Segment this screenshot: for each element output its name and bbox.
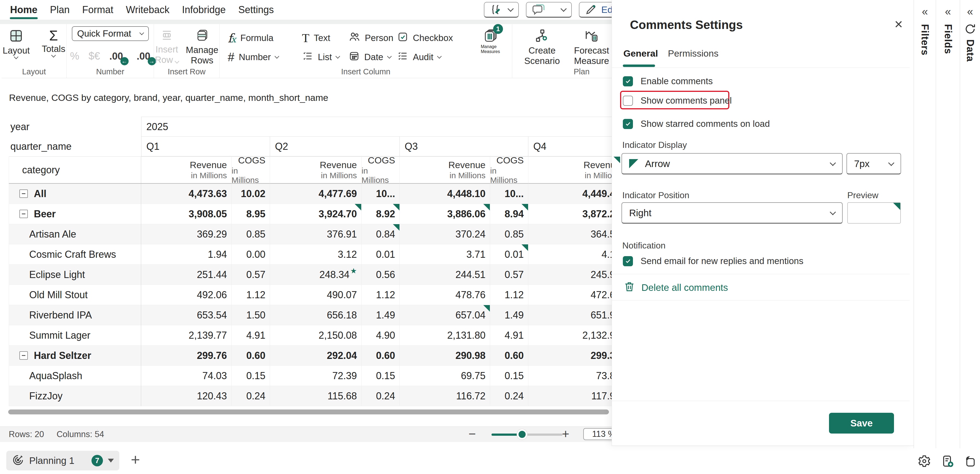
col-header-quarter[interactable]: Q2 [270, 137, 399, 156]
value-cell[interactable]: 299.76 [141, 346, 231, 366]
insert-formula-button[interactable]: fx Formula [228, 31, 302, 45]
value-cell[interactable]: 3,872.22 [528, 204, 625, 224]
value-cell[interactable]: 0.85 [490, 224, 528, 244]
show-comments-panel-row[interactable]: Show comments panel [623, 94, 732, 107]
expand-chevrons-icon[interactable]: « [922, 5, 928, 18]
layers-copy-icon[interactable] [963, 454, 976, 469]
value-cell[interactable]: 369.29 [141, 224, 231, 244]
row-label-cell[interactable]: Beer [9, 204, 141, 224]
show-starred-row[interactable]: Show starred comments on load [623, 118, 770, 130]
sheet-tab-planning-1[interactable]: Planning 1 7 [6, 451, 119, 471]
value-cell[interactable]: 651.92 [528, 305, 625, 325]
menu-settings[interactable]: Settings [232, 0, 280, 20]
collapse-toggle[interactable] [19, 351, 28, 360]
value-cell[interactable]: 4,473.63 [141, 184, 231, 204]
add-data-sheet-icon[interactable] [941, 454, 955, 470]
col-header-measure[interactable]: COGSin Millions [490, 156, 528, 184]
col-header-measure[interactable]: COGSin Millions [231, 156, 270, 184]
value-cell[interactable]: 370.24 [399, 224, 490, 244]
value-cell[interactable]: 0.57 [231, 265, 270, 285]
value-cell[interactable]: 0.15 [361, 366, 399, 386]
value-cell[interactable]: 492.06 [141, 285, 231, 305]
writeback-mode-button[interactable] [484, 2, 519, 18]
value-cell[interactable]: 0.60 [231, 346, 270, 366]
value-cell[interactable]: 0.24 [490, 386, 528, 406]
value-cell[interactable]: 656.18 [270, 305, 361, 325]
value-cell[interactable]: 292.04 [270, 346, 361, 366]
tab-permissions[interactable]: Permissions [668, 48, 718, 59]
col-header-measure[interactable]: Revenuein Millions [270, 156, 361, 184]
value-cell[interactable]: 4,448.10 [399, 184, 490, 204]
value-cell[interactable]: 2,131.80 [399, 325, 490, 346]
value-cell[interactable]: 4,449.44 [528, 184, 625, 204]
value-cell[interactable]: 2,132.96 [528, 325, 625, 346]
value-cell[interactable]: 10.02 [231, 184, 270, 204]
insert-checkbox-button[interactable]: Checkbox [397, 31, 457, 45]
enable-comments-checkbox[interactable] [623, 76, 633, 86]
row-label-cell[interactable]: FizzJoy [9, 386, 141, 406]
collapse-toggle[interactable] [19, 190, 28, 198]
value-cell[interactable]: 0.84 [361, 224, 399, 244]
value-cell[interactable]: 10... [361, 184, 399, 204]
value-cell[interactable]: 490.07 [270, 285, 361, 305]
row-label-cell[interactable]: Old Mill Stout [9, 285, 141, 305]
menu-plan[interactable]: Plan [44, 0, 76, 20]
currency-format-button[interactable]: $€ [89, 50, 100, 62]
expand-chevrons-icon[interactable]: « [945, 5, 951, 18]
insert-text-button[interactable]: T Text [302, 31, 348, 45]
value-cell[interactable]: 8.94 [490, 204, 528, 224]
indicator-size-dropdown[interactable]: 7px [846, 153, 901, 174]
col-header-measure[interactable]: Revenuein Millions [141, 156, 231, 184]
value-cell[interactable]: 251.44 [141, 265, 231, 285]
zoom-out-button[interactable]: − [469, 426, 476, 442]
value-cell[interactable]: 4.90 [361, 325, 399, 346]
value-cell[interactable]: 2,150.08 [270, 325, 361, 346]
row-dim-quarter[interactable]: quarter_name [9, 137, 141, 156]
insert-person-button[interactable]: Person [348, 31, 397, 45]
col-header-measure[interactable]: Revenuein Millions [399, 156, 490, 184]
enable-comments-row[interactable]: Enable comments [623, 75, 713, 88]
value-cell[interactable]: 0.24 [231, 386, 270, 406]
collapse-toggle[interactable] [19, 210, 28, 218]
show-comments-panel-checkbox[interactable] [623, 96, 633, 106]
row-label-cell[interactable]: Artisan Ale [9, 224, 141, 244]
value-cell[interactable]: 4.91 [490, 325, 528, 346]
value-cell[interactable]: 115.68 [270, 386, 361, 406]
increase-decimals-button[interactable]: .00→ [137, 51, 150, 62]
col-header-measure[interactable]: COGSin Millions [361, 156, 399, 184]
value-cell[interactable]: 653.54 [141, 305, 231, 325]
insert-audit-button[interactable]: Audit [397, 50, 457, 64]
value-cell[interactable]: 290.98 [399, 346, 490, 366]
refresh-icon[interactable] [964, 23, 976, 36]
col-header-year[interactable]: 2025 [141, 117, 625, 137]
value-cell[interactable]: 244.51 [399, 265, 490, 285]
value-cell[interactable]: 1.49 [490, 305, 528, 325]
value-cell[interactable]: 657.04 [399, 305, 490, 325]
value-cell[interactable]: 478.76 [399, 285, 490, 305]
value-cell[interactable]: 0.15 [231, 366, 270, 386]
value-cell[interactable]: 1.94 [141, 244, 231, 265]
zoom-in-button[interactable]: + [562, 426, 570, 442]
value-cell[interactable]: 3.12 [270, 244, 361, 265]
show-starred-checkbox[interactable] [623, 119, 633, 129]
row-label-cell[interactable]: Cosmic Craft Brews [9, 244, 141, 265]
col-header-quarter[interactable]: Q1 [141, 137, 270, 156]
value-cell[interactable]: 376.91 [270, 224, 361, 244]
value-cell[interactable]: 117.92 [528, 386, 625, 406]
indicator-display-dropdown[interactable]: Arrow [622, 153, 843, 174]
value-cell[interactable]: 0.00 [231, 244, 270, 265]
fields-collapsed-panel[interactable]: « Fields [936, 0, 960, 448]
value-cell[interactable]: 10... [490, 184, 528, 204]
value-cell[interactable]: 0.01 [490, 244, 528, 265]
col-header-quarter[interactable]: Q3 [399, 137, 528, 156]
value-cell[interactable]: 299.38 [528, 346, 625, 366]
value-cell[interactable]: 1.12 [361, 285, 399, 305]
value-cell[interactable]: 1.12 [231, 285, 270, 305]
value-cell[interactable]: 74.03 [141, 366, 231, 386]
value-cell[interactable]: 1.50 [231, 305, 270, 325]
value-cell[interactable]: 0.56 [361, 265, 399, 285]
send-email-checkbox[interactable] [623, 256, 633, 266]
row-label-cell[interactable]: Hard Seltzer [9, 346, 141, 366]
insert-list-button[interactable]: List [302, 50, 348, 64]
row-label-cell[interactable]: Eclipse Light [9, 265, 141, 285]
